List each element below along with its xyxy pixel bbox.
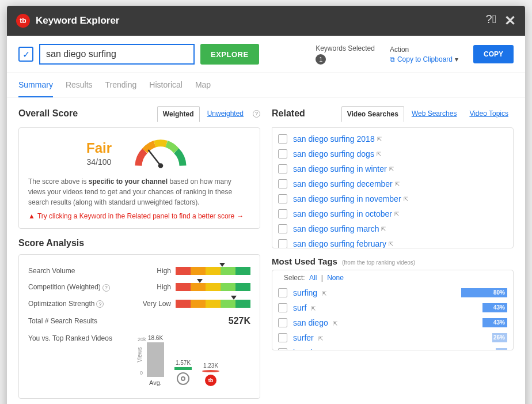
clipboard-icon: ⧉ <box>390 55 395 63</box>
views-chart: Views 20k 0 18.6K Avg.1.57K 1.23K tb <box>130 334 250 386</box>
bar-value: 1.57K <box>174 360 192 366</box>
related-list[interactable]: san diego surfing 2018 ⇱ san diego surfi… <box>272 127 514 248</box>
keywords-selected-count: 1 <box>316 54 326 65</box>
modal-title: Keyword Explorer <box>36 15 486 27</box>
external-link-icon[interactable]: ⇱ <box>322 290 326 297</box>
keyword-input[interactable] <box>39 44 195 65</box>
copy-clipboard-link[interactable]: ⧉ Copy to Clipboard ▾ <box>390 55 458 63</box>
tab-trending[interactable]: Trending <box>105 73 137 97</box>
related-keyword-link[interactable]: san diego surfing dogs <box>293 149 374 158</box>
chart-ytick: 20k <box>138 337 146 342</box>
chart-bar <box>174 367 192 370</box>
metric-value: High <box>157 283 171 291</box>
help-icon[interactable]: ? <box>102 284 110 292</box>
related-keyword-link[interactable]: san diego surfing december <box>293 179 393 188</box>
score-tip: ▲ Try clicking a Keyword in the Related … <box>28 212 250 220</box>
subtab-video-searches[interactable]: Video Searches <box>341 106 404 122</box>
external-link-icon[interactable]: ⇱ <box>389 241 393 247</box>
help-icon[interactable]: ? <box>96 300 104 308</box>
external-link-icon[interactable]: ⇱ <box>395 181 400 187</box>
related-checkbox[interactable] <box>278 194 287 203</box>
overall-score-title: Overall Score <box>18 108 78 119</box>
close-icon[interactable]: ✕ <box>504 13 516 29</box>
select-none-link[interactable]: None <box>327 274 344 282</box>
spectrum-bar <box>176 283 250 291</box>
total-results-label: Total # Search Results <box>28 317 176 325</box>
related-keyword-link[interactable]: san diego surfing in winter <box>293 164 387 173</box>
subtab-video-topics[interactable]: Video Topics <box>464 106 514 121</box>
chevron-down-icon: ▾ <box>455 55 458 63</box>
external-link-icon[interactable]: ⇱ <box>404 196 408 202</box>
metric-name: Competition (Weighted)? <box>28 283 157 292</box>
chart-bar <box>147 342 164 377</box>
related-title: Related <box>272 108 305 119</box>
bar-value: 18.6K <box>147 335 164 341</box>
tag-link[interactable]: san diego ⇱ <box>293 318 450 327</box>
related-keyword-link[interactable]: san diego surfing february <box>293 239 386 248</box>
chart-ytick: 0 <box>140 370 143 376</box>
external-link-icon[interactable]: ⇱ <box>318 335 323 342</box>
related-checkbox[interactable] <box>278 209 287 218</box>
tag-link[interactable]: beach ⇱ <box>293 348 450 350</box>
copy-button[interactable]: COPY <box>473 45 514 63</box>
external-link-icon[interactable]: ⇱ <box>377 151 381 157</box>
overall-score-card: Fair 34/100 The score above is speci <box>18 127 260 229</box>
tag-checkbox[interactable] <box>278 288 287 297</box>
score-value: 34/100 <box>86 157 112 167</box>
related-checkbox[interactable] <box>278 239 287 248</box>
tag-checkbox[interactable] <box>278 348 287 350</box>
tag-link[interactable]: surfing ⇱ <box>293 288 450 297</box>
tags-title: Most Used Tags <box>272 256 337 266</box>
external-link-icon[interactable]: ⇱ <box>377 136 382 142</box>
tab-historical[interactable]: Historical <box>149 73 183 97</box>
related-keyword-link[interactable]: san diego surfing in october <box>293 209 392 218</box>
subtab-web-searches[interactable]: Web Searches <box>406 106 462 121</box>
vs-label: You vs. Top Ranked Videos <box>28 334 130 342</box>
external-link-icon[interactable]: ⇱ <box>381 226 386 232</box>
svg-line-0 <box>149 150 161 165</box>
keywords-selected: Keywords Selected 1 <box>316 44 375 65</box>
related-checkbox[interactable] <box>278 179 287 188</box>
keywords-selected-label: Keywords Selected <box>316 44 375 52</box>
tags-list[interactable]: Select: All | None surfing ⇱ 80% surf ⇱ … <box>272 270 514 350</box>
external-link-icon[interactable]: ⇱ <box>394 211 399 217</box>
external-link-icon[interactable]: ⇱ <box>389 166 394 172</box>
metric-value: Very Low <box>143 300 171 308</box>
tag-link[interactable]: surfer ⇱ <box>293 333 450 342</box>
related-checkbox[interactable] <box>278 134 287 144</box>
help-icon[interactable]: ? <box>253 110 260 118</box>
action-column: Action ⧉ Copy to Clipboard ▾ <box>390 46 458 63</box>
related-keyword-link[interactable]: san diego surfing march <box>293 224 379 233</box>
help-icon[interactable]: ?⃝ <box>486 13 496 29</box>
subtab-unweighted[interactable]: Unweighted <box>202 106 249 121</box>
select-keyword-checkbox[interactable]: ✓ <box>18 47 33 62</box>
related-checkbox[interactable] <box>278 164 287 173</box>
tag-checkbox[interactable] <box>278 303 287 312</box>
select-row: Select: All | None <box>278 270 507 282</box>
keyword-explorer-modal: tb Keyword Explorer ?⃝ ✕ ✓ EXPLORE Keywo… <box>7 6 525 404</box>
toolbar: ✓ EXPLORE Keywords Selected 1 Action ⧉ C… <box>7 36 525 73</box>
related-keyword-link[interactable]: san diego surfing 2018 <box>293 134 375 144</box>
tag-link[interactable]: surf ⇱ <box>293 303 450 312</box>
explore-button[interactable]: EXPLORE <box>200 44 259 65</box>
related-checkbox[interactable] <box>278 149 287 158</box>
right-column: Related Video Searches Web Searches Vide… <box>272 105 514 404</box>
external-link-icon[interactable]: ⇱ <box>311 305 316 312</box>
tag-checkbox[interactable] <box>278 318 287 327</box>
external-link-icon[interactable]: ⇱ <box>333 320 337 327</box>
score-analysis-title: Score Analysis <box>18 238 260 248</box>
related-checkbox[interactable] <box>278 224 287 233</box>
related-keyword-link[interactable]: san diego surfing in november <box>293 194 401 203</box>
tab-map[interactable]: Map <box>195 73 211 97</box>
subtab-weighted[interactable]: Weighted <box>157 106 200 122</box>
tags-subtitle: (from the top ranking videos) <box>342 259 415 266</box>
tag-checkbox[interactable] <box>278 333 287 342</box>
modal-header: tb Keyword Explorer ?⃝ ✕ <box>7 6 525 36</box>
chart-ylabel: Views <box>136 347 143 363</box>
tab-results[interactable]: Results <box>66 73 93 97</box>
bar-label <box>174 372 192 386</box>
gauge-icon <box>129 136 192 171</box>
select-all-link[interactable]: All <box>309 274 317 282</box>
tab-summary[interactable]: Summary <box>18 73 53 97</box>
tag-percent-bar: 43% <box>482 303 507 312</box>
